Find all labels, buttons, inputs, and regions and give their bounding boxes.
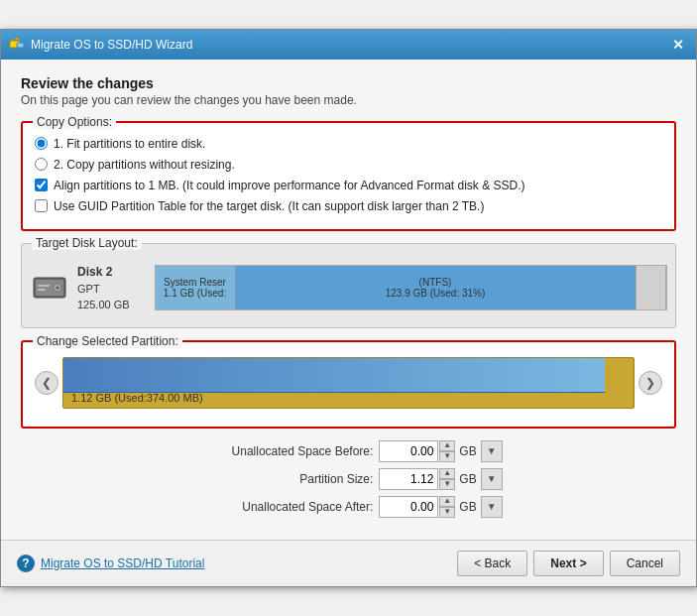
partition-size-unit: GB bbox=[459, 472, 476, 486]
unallocated-after-dropdown[interactable]: ▼ bbox=[481, 496, 503, 518]
copy-options-inner: 1. Fit partitions to entire disk. 2. Cop… bbox=[23, 132, 674, 228]
change-partition-title: Change Selected Partition: bbox=[33, 334, 182, 348]
partition-fill-bar bbox=[63, 358, 605, 393]
right-arrow-button[interactable]: ❯ bbox=[639, 371, 662, 395]
partitions-bar: System Reser 1.1 GB (Used: (NTFS) 123.9 … bbox=[155, 265, 667, 310]
change-partition-inner: ❮ 1.12 GB (Used:374.00 MB) ❯ bbox=[23, 351, 674, 427]
footer-buttons: < Back Next > Cancel bbox=[457, 551, 680, 576]
check2-label: Use GUID Partition Table for the target … bbox=[54, 198, 484, 215]
check1-label: Align partitions to 1 MB. (It could impr… bbox=[54, 178, 525, 194]
app-icon bbox=[9, 37, 25, 53]
option1-label: 1. Fit partitions to entire disk. bbox=[54, 136, 205, 153]
disk-row: Disk 2 GPT 125.00 GB System Reser 1.1 GB… bbox=[30, 257, 667, 319]
partition-size-label-text: Partition Size: bbox=[194, 472, 373, 486]
footer: ? Migrate OS to SSD/HD Tutorial < Back N… bbox=[1, 540, 696, 586]
option2-label: 2. Copy partitions without resizing. bbox=[54, 157, 235, 174]
page-heading: Review the changes bbox=[21, 75, 676, 91]
left-arrow-button[interactable]: ❮ bbox=[35, 371, 58, 395]
titlebar-left: Migrate OS to SSD/HD Wizard bbox=[9, 37, 192, 53]
back-button[interactable]: < Back bbox=[457, 551, 527, 576]
align-checkbox[interactable] bbox=[35, 179, 48, 191]
partition-size-up[interactable]: ▲ bbox=[439, 468, 455, 479]
unallocated-before-dropdown[interactable]: ▼ bbox=[481, 440, 503, 462]
tutorial-link[interactable]: ? Migrate OS to SSD/HD Tutorial bbox=[17, 554, 204, 572]
unallocated-before-input[interactable] bbox=[379, 440, 438, 462]
page-subtext: On this page you can review the changes … bbox=[21, 93, 676, 107]
option2-radio[interactable] bbox=[35, 158, 48, 171]
main-window: Migrate OS to SSD/HD Wizard ✕ Review the… bbox=[0, 29, 697, 586]
check2-row: Use GUID Partition Table for the target … bbox=[35, 198, 662, 215]
system-partition-size: 1.1 GB (Used: bbox=[164, 288, 226, 299]
option2-row: 2. Copy partitions without resizing. bbox=[35, 157, 662, 174]
partition-slider-row: ❮ 1.12 GB (Used:374.00 MB) ❯ bbox=[35, 357, 662, 409]
unallocated-after-up[interactable]: ▲ bbox=[439, 496, 455, 507]
disk-type: GPT bbox=[77, 281, 147, 298]
disk-layout-inner: Disk 2 GPT 125.00 GB System Reser 1.1 GB… bbox=[22, 253, 675, 327]
unallocated-after-row: Unallocated Space After: ▲ ▼ GB ▼ bbox=[21, 496, 676, 518]
copy-options-section: Copy Options: 1. Fit partitions to entir… bbox=[21, 121, 676, 230]
disk-size: 125.00 GB bbox=[77, 297, 147, 313]
cancel-button[interactable]: Cancel bbox=[610, 551, 680, 576]
unallocated-after-spinners: ▲ ▼ bbox=[439, 496, 455, 518]
system-partition[interactable]: System Reser 1.1 GB (Used: bbox=[156, 266, 235, 309]
check1-row: Align partitions to 1 MB. (It could impr… bbox=[35, 178, 662, 194]
option1-row: 1. Fit partitions to entire disk. bbox=[35, 136, 662, 153]
titlebar: Migrate OS to SSD/HD Wizard ✕ bbox=[1, 30, 696, 60]
target-disk-title: Target Disk Layout: bbox=[32, 236, 142, 250]
svg-rect-6 bbox=[38, 285, 50, 287]
svg-rect-7 bbox=[38, 289, 46, 291]
unallocated-after-label: Unallocated Space After: bbox=[194, 500, 373, 514]
disk-info: Disk 2 GPT 125.00 GB bbox=[77, 263, 147, 313]
disk-name: Disk 2 bbox=[77, 263, 147, 281]
unallocated-before-label: Unallocated Space Before: bbox=[194, 444, 373, 458]
svg-rect-1 bbox=[17, 43, 24, 48]
partition-size-down[interactable]: ▼ bbox=[439, 479, 455, 490]
unallocated-after-down[interactable]: ▼ bbox=[439, 507, 455, 518]
partition-size-row: Partition Size: ▲ ▼ GB ▼ bbox=[21, 468, 676, 490]
partition-size-dropdown[interactable]: ▼ bbox=[481, 468, 503, 490]
tutorial-link-text: Migrate OS to SSD/HD Tutorial bbox=[41, 556, 204, 570]
spinners-area: Unallocated Space Before: ▲ ▼ GB ▼ Parti… bbox=[21, 440, 676, 518]
unallocated-before-down[interactable]: ▼ bbox=[439, 451, 455, 462]
content-area: Review the changes On this page you can … bbox=[1, 60, 696, 539]
main-partition-name: (NTFS) bbox=[419, 277, 452, 288]
unallocated-after-input[interactable] bbox=[379, 496, 438, 518]
change-partition-section: Change Selected Partition: ❮ 1.12 GB (Us… bbox=[21, 340, 676, 429]
main-partition[interactable]: (NTFS) 123.9 GB (Used: 31%) bbox=[235, 266, 637, 309]
disk-icon-container bbox=[30, 272, 69, 304]
help-icon: ? bbox=[17, 554, 35, 572]
copy-options-title: Copy Options: bbox=[33, 115, 116, 129]
close-button[interactable]: ✕ bbox=[668, 35, 688, 55]
unallocated-before-spinners: ▲ ▼ bbox=[439, 440, 455, 462]
guid-checkbox[interactable] bbox=[35, 199, 48, 212]
next-button[interactable]: Next > bbox=[533, 551, 603, 576]
partition-size-input[interactable] bbox=[379, 468, 438, 490]
partition-size-spinners: ▲ ▼ bbox=[439, 468, 455, 490]
option1-radio[interactable] bbox=[35, 137, 48, 150]
unallocated-before-unit: GB bbox=[459, 444, 476, 458]
unalloc-partition bbox=[637, 266, 666, 309]
hard-disk-icon bbox=[32, 274, 67, 302]
main-partition-size: 123.9 GB (Used: 31%) bbox=[386, 288, 486, 299]
unallocated-after-unit: GB bbox=[459, 500, 476, 514]
unallocated-before-up[interactable]: ▲ bbox=[439, 440, 455, 451]
partition-size-label: 1.12 GB (Used:374.00 MB) bbox=[71, 392, 203, 404]
partition-visual: 1.12 GB (Used:374.00 MB) bbox=[62, 357, 635, 409]
svg-point-5 bbox=[57, 287, 59, 290]
unallocated-before-row: Unallocated Space Before: ▲ ▼ GB ▼ bbox=[21, 440, 676, 462]
system-partition-name: System Reser bbox=[164, 277, 226, 288]
window-title: Migrate OS to SSD/HD Wizard bbox=[31, 38, 192, 52]
target-disk-section: Target Disk Layout: bbox=[21, 243, 676, 328]
